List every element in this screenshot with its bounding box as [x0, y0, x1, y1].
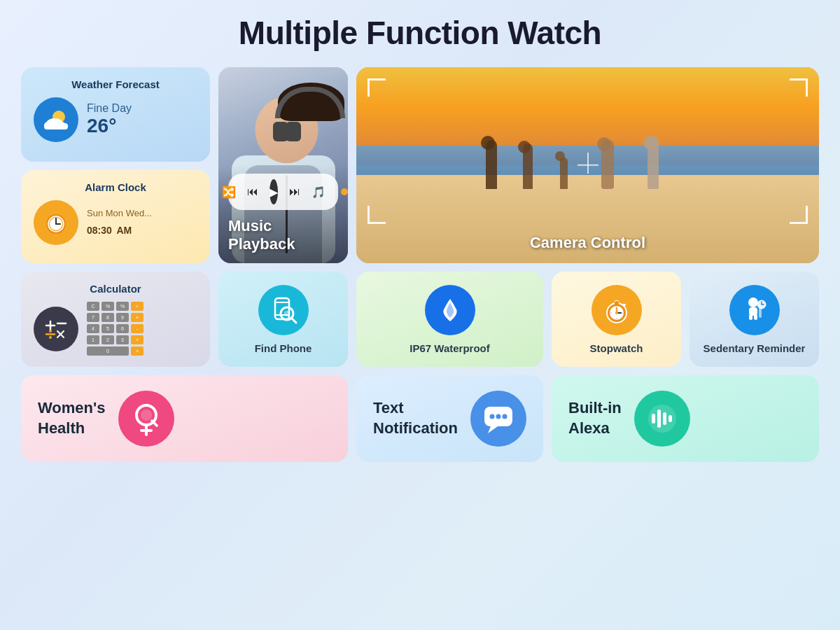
- prev-btn[interactable]: ⏮: [247, 182, 258, 202]
- stopwatch-label: Stopwatch: [590, 342, 643, 354]
- find-phone-card: Find Phone: [218, 272, 348, 367]
- music-controls[interactable]: 🔀 ⏮ ▶ ⏭ 🎵: [228, 174, 338, 210]
- svg-rect-39: [749, 314, 752, 320]
- svg-rect-56: [657, 410, 661, 428]
- main-grid: Weather Forecast Fine Day 26° Alarm C: [21, 67, 819, 462]
- camera-corner-bl: [368, 206, 386, 224]
- more-btn[interactable]: 🎵: [312, 182, 326, 202]
- alarm-label: Alarm Clock: [34, 181, 197, 193]
- music-label: Music Playback: [228, 217, 338, 253]
- weather-temperature: 26°: [87, 115, 132, 137]
- weather-label: Weather Forecast: [34, 78, 197, 90]
- alarm-days: Sun Mon Wed...: [87, 208, 152, 218]
- svg-point-10: [39, 312, 73, 346]
- page-title: Multiple Function Watch: [239, 14, 601, 52]
- sedentary-card: Sedentary Reminder: [690, 272, 819, 367]
- sedentary-icon: [729, 285, 780, 335]
- svg-point-37: [748, 298, 758, 307]
- alexa-label: Built-inAlexa: [568, 398, 622, 438]
- stopwatch-card: Stopwatch: [552, 272, 681, 367]
- svg-rect-40: [754, 314, 757, 320]
- svg-rect-58: [668, 415, 672, 422]
- alexa-icon: [634, 391, 690, 447]
- camera-label: Camera Control: [356, 234, 819, 252]
- svg-point-24: [284, 311, 290, 316]
- camera-corner-tr: [790, 78, 808, 97]
- music-card: 🔀 ⏮ ▶ ⏭ 🎵 Music Playback: [218, 67, 348, 263]
- calculator-label: Calculator: [34, 283, 197, 295]
- find-phone-label: Find Phone: [255, 342, 312, 354]
- weather-card: Weather Forecast Fine Day 26°: [21, 67, 210, 162]
- svg-point-17: [49, 330, 52, 332]
- svg-point-52: [496, 414, 501, 419]
- svg-rect-57: [663, 412, 666, 425]
- svg-point-48: [141, 410, 152, 421]
- sedentary-label: Sedentary Reminder: [704, 342, 806, 354]
- calculator-icon: [34, 307, 78, 351]
- waterproof-card: IP67 Waterproof: [356, 272, 543, 367]
- svg-rect-55: [652, 414, 655, 424]
- svg-point-51: [490, 414, 495, 419]
- stopwatch-icon: [592, 285, 642, 335]
- waterproof-label: IP67 Waterproof: [410, 342, 489, 354]
- svg-point-28: [615, 301, 619, 305]
- camera-card: Camera Control: [356, 67, 819, 263]
- crosshair-vertical: [587, 153, 589, 174]
- text-notification-icon: [470, 391, 526, 447]
- svg-point-18: [49, 336, 52, 339]
- waterproof-icon: [425, 285, 475, 335]
- text-notification-label: TextNotification: [373, 398, 458, 438]
- camera-corner-br: [790, 206, 808, 224]
- calc-mini-grid: C % % ÷ 7 8 9 × 4 5 6 - 1 2 3 + 0 =: [87, 302, 144, 356]
- svg-line-23: [291, 318, 296, 323]
- calculator-card: Calculator: [21, 272, 210, 367]
- weather-condition: Fine Day: [87, 102, 132, 115]
- svg-rect-29: [622, 304, 626, 306]
- next-btn[interactable]: ⏭: [289, 182, 300, 202]
- womens-health-icon: [118, 391, 174, 447]
- shuffle-btn[interactable]: 🔀: [222, 182, 236, 202]
- play-btn[interactable]: ▶: [270, 179, 278, 204]
- alarm-icon: [34, 200, 78, 245]
- svg-point-32: [615, 312, 618, 314]
- camera-corner-tl: [368, 78, 386, 97]
- find-phone-icon: [258, 285, 309, 335]
- alexa-card: Built-inAlexa: [552, 375, 819, 462]
- weather-icon: [34, 97, 78, 142]
- womens-health-label: Women'sHealth: [38, 398, 106, 438]
- alarm-time: 08:30 AM: [87, 218, 152, 238]
- svg-line-49: [152, 421, 157, 426]
- svg-point-53: [503, 414, 507, 419]
- alarm-card: Alarm Clock: [21, 170, 210, 263]
- womens-health-card: Women'sHealth: [21, 375, 348, 462]
- svg-rect-4: [44, 123, 68, 130]
- text-notification-card: TextNotification: [356, 375, 543, 462]
